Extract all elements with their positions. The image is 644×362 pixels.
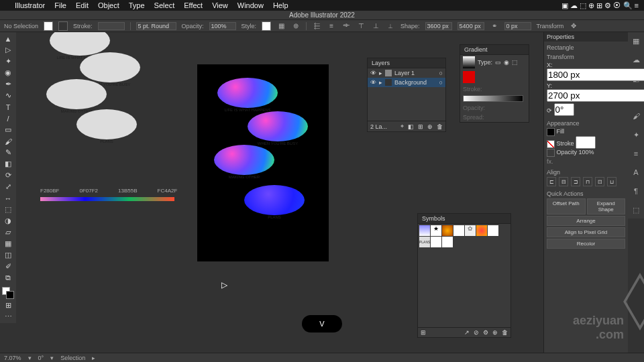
delete-symbol-icon[interactable]: 🗑 (502, 329, 508, 336)
align-top-icon[interactable]: ⊤ (356, 21, 366, 31)
symbol-item[interactable]: ✿ (465, 225, 476, 236)
canvas-area[interactable]: LIFE IS WHAT HAPPENS WHEN YOU'RE BUSY MA… (16, 32, 628, 353)
align-pixel-button[interactable]: Align to Pixel Grid (547, 227, 625, 237)
fill-color-swatch[interactable] (547, 128, 555, 136)
rectangle-tool[interactable]: ▭ (1, 125, 15, 135)
layer-row[interactable]: 👁 ▸ Background ○ (368, 78, 445, 87)
align-left-icon[interactable]: ⬱ (312, 21, 321, 31)
lasso-tool[interactable]: ◉ (1, 68, 15, 78)
stroke-swatch[interactable] (58, 21, 68, 31)
layer-name[interactable]: Background (394, 79, 427, 86)
menu-object[interactable]: Object (98, 1, 119, 9)
menu-help[interactable]: Help (273, 1, 288, 9)
y-input[interactable] (547, 89, 644, 102)
menu-view[interactable]: View (212, 1, 228, 9)
rotate-status[interactable]: 0° (38, 355, 44, 361)
edit-toolbar-icon[interactable]: ⋯ (1, 312, 15, 322)
transform-panel-icon[interactable]: ⬚ (630, 204, 642, 216)
shaper-tool[interactable]: ✎ (1, 147, 15, 158)
symbol-item[interactable] (488, 225, 498, 236)
pen-tool[interactable]: ✒ (1, 79, 15, 89)
gradient-fill[interactable] (463, 71, 475, 83)
symbol-lib-icon[interactable]: ⊞ (421, 329, 426, 336)
grey-disc[interactable]: WHEN YOU'RE BUSY (80, 52, 140, 82)
shape-width-input[interactable] (425, 22, 452, 30)
delete-layer-icon[interactable]: 🗑 (437, 123, 443, 130)
screen-mode-icon[interactable]: ⊞ (1, 300, 15, 310)
expand-shape-button[interactable]: Expand Shape (587, 198, 626, 215)
recolor-button[interactable]: Recolor (547, 239, 625, 249)
perspective-tool[interactable]: ▱ (1, 227, 15, 237)
gradient-preview[interactable] (463, 56, 475, 68)
rotate-tool[interactable]: ⟳ (1, 170, 15, 180)
align-right-icon[interactable]: ⊐ (571, 177, 580, 186)
fx-label[interactable]: fx. (547, 158, 625, 165)
expand-icon[interactable]: ▸ (379, 79, 382, 86)
sublayer-icon[interactable]: ⊞ (418, 123, 423, 130)
stroke-weight-input[interactable] (98, 22, 125, 30)
color-disc[interactable]: WHEN YOU'RE BUSY (248, 111, 308, 141)
layer-row[interactable]: 👁 ▸ Layer 1 ○ (368, 68, 445, 78)
offset-path-button[interactable]: Offset Path (547, 198, 586, 215)
rotate-input[interactable] (554, 103, 574, 116)
align-center-icon[interactable]: ≡ (327, 21, 336, 31)
opacity-swatch[interactable] (547, 149, 555, 157)
symbol-options-icon[interactable]: ⚙ (483, 329, 488, 336)
character-icon[interactable]: A (630, 166, 642, 178)
gradient-tool[interactable]: ◫ (1, 250, 15, 260)
gradient-slider[interactable] (463, 95, 523, 102)
eraser-tool[interactable]: ◧ (1, 159, 15, 169)
opacity-input[interactable] (209, 22, 236, 30)
color-disc[interactable]: MAKING OTHER (214, 145, 274, 175)
gradient-strip[interactable] (40, 197, 174, 201)
symbols-icon[interactable]: ✦ (630, 129, 642, 141)
arrange-button[interactable]: Arrange (547, 216, 625, 226)
align-top-icon[interactable]: ⊓ (583, 177, 592, 186)
shape-builder-tool[interactable]: ◑ (1, 216, 15, 226)
freeform-icon[interactable]: ⬚ (512, 59, 518, 66)
color-disc[interactable]: LIFE IS WHAT HAPPENS (217, 78, 278, 108)
style-swatch[interactable] (262, 21, 271, 31)
properties-icon[interactable]: ▦ (630, 35, 642, 47)
fill-stroke-colorbox[interactable] (2, 287, 14, 299)
stroke-icon[interactable]: ≡ (630, 147, 642, 160)
radial-icon[interactable]: ◉ (504, 59, 509, 66)
symbol-item[interactable] (419, 225, 430, 236)
fill-swatch[interactable] (44, 21, 53, 31)
stroke-weight-input[interactable] (576, 136, 596, 149)
free-transform-tool[interactable]: ⬚ (1, 204, 15, 215)
mask-icon[interactable]: ◧ (408, 123, 414, 130)
locate-icon[interactable]: ⌖ (400, 123, 404, 130)
symbols-tab[interactable]: Symbols (418, 214, 511, 224)
symbol-item[interactable] (453, 225, 464, 236)
menu-type[interactable]: Type (129, 1, 145, 9)
brushes-icon[interactable]: 🖌 (630, 110, 642, 122)
align-hcenter-icon[interactable]: ⊟ (559, 177, 568, 186)
symbol-item[interactable]: ★ (431, 225, 441, 236)
target-icon[interactable]: ○ (439, 79, 443, 86)
align-vcenter-icon[interactable]: ⊡ (595, 177, 604, 186)
align-middle-icon[interactable]: ⊥ (371, 21, 380, 31)
line-tool[interactable]: / (1, 113, 15, 123)
symbol-item[interactable] (431, 237, 441, 247)
color-disc[interactable]: PLANS (244, 185, 305, 215)
x-input[interactable] (547, 68, 644, 81)
symbols-panel[interactable]: Symbols ★ ✿ PLANS ⊞ ↗ ⊘ ⚙ ⊕ 🗑 (417, 213, 511, 338)
zoom-level[interactable]: 7.07% (4, 355, 21, 361)
grey-disc[interactable]: MAKING OTHER (46, 79, 107, 109)
align-left-icon[interactable]: ⊏ (547, 177, 556, 186)
selection-tool[interactable]: ▲ (1, 34, 15, 44)
direct-selection-tool[interactable]: ▷ (1, 45, 15, 55)
visibility-icon[interactable]: 👁 (370, 79, 376, 86)
expand-icon[interactable]: ▸ (379, 70, 382, 76)
transform-icon[interactable]: ✥ (569, 21, 578, 31)
type-tool[interactable]: T (1, 102, 15, 112)
stroke-profile-input[interactable] (136, 22, 176, 30)
symbol-item[interactable] (476, 225, 487, 236)
target-icon[interactable]: ○ (439, 70, 443, 76)
corner-radius-input[interactable] (504, 22, 531, 30)
align-bottom-icon[interactable]: ⊔ (607, 177, 616, 186)
width-tool[interactable]: ↔ (1, 193, 15, 203)
artboard[interactable]: LIFE IS WHAT HAPPENS WHEN YOU'RE BUSY MA… (197, 64, 329, 261)
align-right-icon[interactable]: ⬲ (341, 21, 351, 31)
